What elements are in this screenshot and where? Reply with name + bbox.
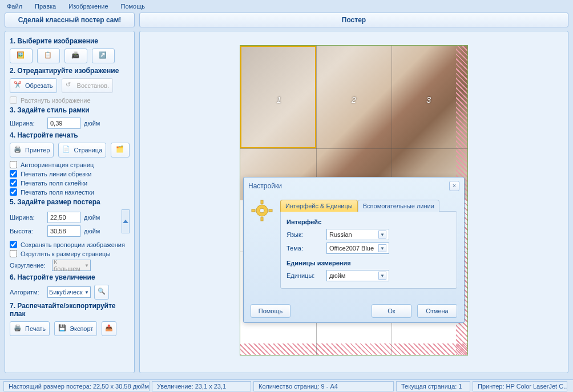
- theme-label: Тема:: [286, 245, 321, 252]
- cancel-button[interactable]: Отмена: [417, 304, 457, 318]
- crop-button[interactable]: ✂️Обрезать: [10, 78, 57, 93]
- status-bar: Настоящий размер постера: 22,50 x 30,58 …: [0, 379, 573, 392]
- export-extra-icon: 📤: [105, 324, 113, 333]
- chevron-down-icon: ▼: [378, 244, 386, 252]
- external-button[interactable]: ↗️: [92, 49, 115, 63]
- clipboard-icon: 📋: [44, 51, 53, 60]
- algorithm-value: Бикубическ: [49, 289, 83, 296]
- cut-lines-checkbox[interactable]: [10, 170, 17, 177]
- printer-icon: 🖨️: [14, 146, 23, 155]
- poster-height-unit: дюйм: [84, 228, 100, 235]
- algorithm-label: Алгоритм:: [10, 289, 44, 296]
- menu-file[interactable]: Файл: [3, 2, 26, 11]
- language-select[interactable]: Russian▼: [326, 229, 389, 240]
- dialog-titlebar[interactable]: Настройки ×: [244, 177, 464, 195]
- close-icon: ×: [453, 182, 456, 189]
- dialog-close-button[interactable]: ×: [449, 181, 459, 191]
- selection-box[interactable]: [240, 46, 316, 148]
- glue-fields-checkbox[interactable]: [10, 179, 17, 187]
- gear-icon: [251, 199, 273, 295]
- language-label: Язык:: [286, 231, 321, 238]
- magnifier-icon: 🔍: [98, 288, 106, 297]
- step-4-title: 4. Настройте печать: [10, 131, 130, 139]
- help-button[interactable]: Помощь: [251, 304, 290, 318]
- slider-handle-icon: [123, 220, 128, 223]
- menu-image[interactable]: Изображение: [65, 2, 111, 11]
- rounding-select: К большем▼: [52, 260, 91, 271]
- tab-guidelines[interactable]: Вспомогательные линии: [358, 200, 439, 212]
- group-interface: Интерфейс: [286, 219, 451, 225]
- status-real-size: Настоящий размер постера: 22,50 x 30,58 …: [3, 381, 150, 391]
- auto-orient-label: Автоориентация страниц: [21, 161, 94, 168]
- stretch-label: Растянуть изображение: [21, 97, 91, 104]
- border-width-input[interactable]: [47, 118, 80, 129]
- chevron-down-icon: ▼: [378, 272, 386, 280]
- tab-interface-units[interactable]: Интерфейс & Единицы: [280, 200, 358, 212]
- menu-edit[interactable]: Правка: [31, 2, 59, 11]
- size-slider[interactable]: [122, 209, 130, 233]
- step-2-title: 2. Отредактируйте изображение: [10, 67, 130, 75]
- overlap-fields-label: Печатать поля нахлестки: [21, 189, 94, 196]
- theme-select[interactable]: Office2007 Blue▼: [326, 243, 389, 254]
- overlap-fields-checkbox[interactable]: [10, 188, 17, 196]
- menu-bar: Файл Правка Изображение Помощь: [0, 0, 573, 13]
- preview-zoom-button[interactable]: 🔍: [94, 285, 109, 300]
- paste-button[interactable]: 📋: [37, 49, 60, 63]
- cell-number: 3: [426, 95, 431, 104]
- step-7-title: 7. Распечатайте/экспортируйте плак: [10, 302, 130, 318]
- sidebar-header[interactable]: Сделай классный постер сам!: [5, 13, 135, 27]
- wizard-panel: 1. Выберите изображение 🖼️ 📋 📠 ↗️ 2. Отр…: [5, 31, 135, 373]
- cut-lines-label: Печатать линии обрезки: [21, 171, 91, 177]
- printer-button[interactable]: 🖨️Принтер: [10, 143, 54, 157]
- stretch-checkbox: [10, 96, 17, 104]
- keep-ratio-checkbox[interactable]: [10, 241, 17, 248]
- algorithm-select[interactable]: Бикубическ▼: [47, 286, 91, 298]
- export-extra-button[interactable]: 📤: [102, 321, 116, 336]
- menu-help[interactable]: Помощь: [118, 2, 149, 11]
- dialog-title-text: Настройки: [248, 182, 282, 190]
- print-button[interactable]: 🖨️Печать: [10, 321, 50, 336]
- status-printer: Принтер: HP Color LaserJet C...: [473, 381, 567, 391]
- export-button[interactable]: 💾Экспорт: [54, 321, 97, 336]
- printer-icon: 🖨️: [14, 324, 23, 333]
- glue-fields-label: Печатать поля склейки: [21, 180, 87, 187]
- auto-orient-checkbox[interactable]: [10, 161, 17, 168]
- external-icon: ↗️: [99, 51, 108, 60]
- status-zoom: Увеличение: 23,1 x 23,1: [152, 381, 251, 391]
- printer-label: Принтер: [25, 147, 50, 153]
- export-label: Экспорт: [70, 325, 93, 332]
- export-icon: 💾: [58, 324, 67, 333]
- chevron-down-icon: ▼: [84, 290, 89, 295]
- rounding-label: Округление:: [10, 262, 49, 269]
- rounding-value: К большем: [54, 258, 84, 272]
- poster-height-label: Высота:: [10, 228, 44, 235]
- page-label: Страница: [74, 147, 102, 153]
- group-units: Единицы измерения: [286, 260, 451, 266]
- keep-ratio-label: Сохранять пропорции изображения: [21, 241, 125, 248]
- page-button[interactable]: 📄Страница: [58, 143, 106, 157]
- status-current-page: Текущая страница: 1: [396, 381, 470, 391]
- ok-button[interactable]: Ок: [372, 304, 411, 318]
- restore-label: Восстанов.: [77, 82, 110, 89]
- step-3-title: 3. Задайте стиль рамки: [10, 106, 130, 114]
- hatch-bottom: [240, 343, 467, 355]
- poster-width-input[interactable]: [47, 212, 80, 223]
- crop-label: Обрезать: [25, 82, 53, 89]
- units-select[interactable]: дюйм▼: [326, 270, 389, 281]
- poster-width-unit: дюйм: [84, 214, 100, 221]
- step-5-title: 5. Задайте размер постера: [10, 198, 130, 206]
- page-extra-button[interactable]: 🗂️: [111, 143, 130, 157]
- svg-rect-3: [261, 217, 263, 221]
- units-label: Единицы:: [286, 272, 321, 279]
- restore-button[interactable]: ↺Восстанов.: [62, 78, 114, 93]
- theme-value: Office2007 Blue: [329, 245, 374, 252]
- poster-height-input[interactable]: [47, 225, 80, 237]
- scanner-icon: 📠: [71, 51, 80, 60]
- round-page-checkbox[interactable]: [10, 250, 17, 257]
- svg-point-1: [260, 208, 264, 213]
- open-image-button[interactable]: 🖼️: [10, 49, 33, 63]
- scan-button[interactable]: 📠: [64, 49, 87, 63]
- svg-rect-5: [269, 209, 272, 212]
- chevron-down-icon: ▼: [378, 231, 386, 239]
- crop-icon: ✂️: [14, 81, 23, 90]
